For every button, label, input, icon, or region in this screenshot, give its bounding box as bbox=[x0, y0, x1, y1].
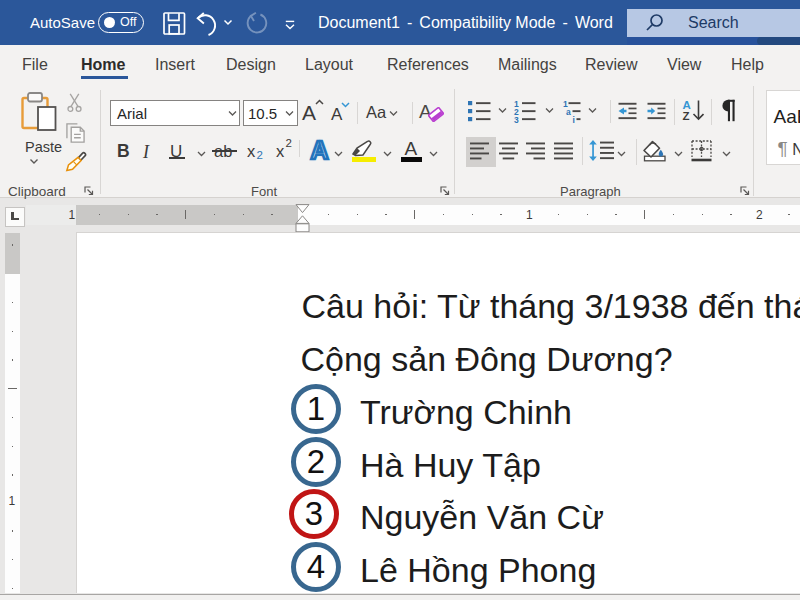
svg-text:3: 3 bbox=[514, 115, 519, 124]
svg-text:i: i bbox=[573, 115, 575, 124]
svg-text:a: a bbox=[566, 107, 571, 117]
